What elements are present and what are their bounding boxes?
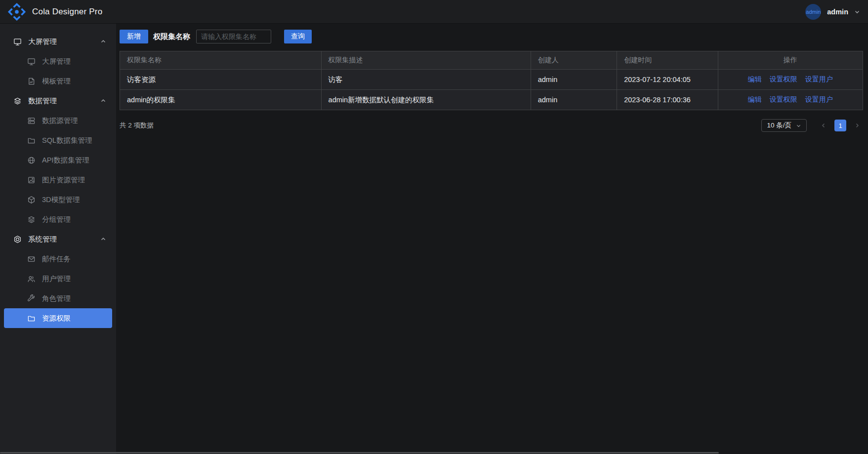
sidebar-group-1[interactable]: 数据管理 [4,91,112,111]
sidebar-group-2[interactable]: 系统管理 [4,229,112,249]
sidebar-group-label: 数据管理 [28,96,57,106]
sidebar-item-label: 数据源管理 [42,116,78,125]
next-page-button[interactable] [851,120,863,131]
column-header-4: 操作 [718,51,863,70]
app-header: Cola Designer Pro admin admin [0,0,868,24]
column-header-1: 权限集描述 [321,51,531,70]
globe-icon [27,156,36,165]
sidebar-item-1-5[interactable]: 分组管理 [4,209,112,229]
chevron-up-icon [100,98,106,104]
set-user-link[interactable]: 设置用户 [805,95,833,103]
search-input[interactable] [196,30,271,43]
sidebar-item-label: SQL数据集管理 [42,136,92,145]
users-icon [27,275,36,283]
sidebar-item-label: 大屏管理 [42,57,71,66]
user-menu[interactable]: admin admin [805,4,860,20]
sidebar-group-label: 大屏管理 [28,37,57,46]
monitor-icon [27,57,36,66]
table-row-0: 访客资源访客admin2023-07-12 20:04:05编辑设置权限设置用户 [120,70,863,90]
edit-link[interactable]: 编辑 [748,95,762,103]
page-size-value: 10 条/页 [767,121,791,130]
set-permission-link[interactable]: 设置权限 [770,95,797,103]
page-number-1[interactable]: 1 [834,120,846,131]
logo-icon [7,2,26,21]
cell-description: admin新增数据默认创建的权限集 [321,90,531,110]
cell-name: 访客资源 [120,70,322,90]
sidebar-item-label: 资源权限 [42,314,71,323]
page-size-select[interactable]: 10 条/页 [761,119,807,132]
sidebar-item-1-1[interactable]: SQL数据集管理 [4,130,112,150]
sidebar-item-label: API数据集管理 [42,156,89,165]
sidebar-item-1-2[interactable]: API数据集管理 [4,150,112,170]
monitor-icon [13,38,22,46]
edit-link[interactable]: 编辑 [748,75,762,83]
sidebar-item-0-1[interactable]: 模板管理 [4,71,112,91]
set-user-link[interactable]: 设置用户 [805,75,833,83]
sidebar-item-1-3[interactable]: 图片资源管理 [4,170,112,190]
avatar: admin [805,4,821,20]
sidebar-item-0-0[interactable]: 大屏管理 [4,51,112,71]
sidebar-item-label: 分组管理 [42,215,71,224]
chevron-down-icon [796,123,801,128]
cell-name: admin的权限集 [120,90,322,110]
prev-page-button[interactable] [818,120,829,131]
sidebar-item-2-1[interactable]: 用户管理 [4,269,112,289]
cell-created_at: 2023-07-12 20:04:05 [617,70,718,90]
add-button[interactable]: 新增 [120,30,148,43]
app-window: Cola Designer Pro admin admin 大屏管理 大屏管理 … [0,0,868,454]
sidebar-item-1-0[interactable]: 数据源管理 [4,111,112,130]
pagination: 10 条/页 1 [761,119,863,132]
chevron-down-icon [854,9,860,15]
sidebar-item-label: 邮件任务 [42,254,71,264]
set-permission-link[interactable]: 设置权限 [770,75,797,83]
image-icon [27,176,36,184]
sidebar-item-label: 图片资源管理 [42,175,85,185]
template-icon [27,77,36,85]
layers-icon [27,215,36,224]
folder-icon [27,136,36,145]
permission-table: 权限集名称权限集描述创建人创建时间操作 访客资源访客admin2023-07-1… [120,51,863,110]
cube-icon [27,196,36,204]
settings-icon [13,235,22,244]
table-row-1: admin的权限集admin新增数据默认创建的权限集admin2023-06-2… [120,90,863,110]
sidebar-item-2-2[interactable]: 角色管理 [4,289,112,308]
database-icon [27,117,36,125]
horizontal-scrollbar[interactable] [0,452,719,454]
sidebar-group-0[interactable]: 大屏管理 [4,32,112,51]
sidebar-item-label: 模板管理 [42,77,71,86]
cell-creator: admin [531,70,617,90]
chevron-up-icon [100,236,106,242]
total-count: 共 2 项数据 [120,121,154,130]
query-button[interactable]: 查询 [284,30,312,43]
wrench-icon [27,294,36,303]
sidebar: 大屏管理 大屏管理 模板管理 数据管理 数据源管理 SQL数据集管理 API数据… [0,24,116,454]
app-logo: Cola Designer Pro [7,2,102,21]
table-footer: 共 2 项数据 10 条/页 1 [120,119,863,132]
filter-label: 权限集名称 [153,32,190,41]
sidebar-item-label: 用户管理 [42,274,71,284]
user-name: admin [827,8,848,16]
folder-icon [27,314,36,323]
mail-icon [27,255,36,263]
cell-description: 访客 [321,70,531,90]
sidebar-item-label: 3D模型管理 [42,195,80,205]
column-header-2: 创建人 [531,51,617,70]
column-header-3: 创建时间 [617,51,718,70]
chevron-up-icon [100,39,106,44]
cell-created_at: 2023-06-28 17:00:36 [617,90,718,110]
toolbar: 新增 权限集名称 查询 [120,30,863,43]
sidebar-item-2-3[interactable]: 资源权限 [4,308,112,328]
sidebar-item-label: 角色管理 [42,294,71,303]
table-header-row: 权限集名称权限集描述创建人创建时间操作 [120,51,863,70]
main-content: 新增 权限集名称 查询 权限集名称权限集描述创建人创建时间操作 访客资源访客ad… [116,24,868,454]
layers-icon [13,97,22,105]
sidebar-item-1-4[interactable]: 3D模型管理 [4,190,112,209]
cell-actions: 编辑设置权限设置用户 [718,70,863,90]
cell-actions: 编辑设置权限设置用户 [718,90,863,110]
sidebar-group-label: 系统管理 [28,235,57,244]
column-header-0: 权限集名称 [120,51,322,70]
app-title: Cola Designer Pro [32,7,102,17]
sidebar-item-2-0[interactable]: 邮件任务 [4,249,112,269]
cell-creator: admin [531,90,617,110]
